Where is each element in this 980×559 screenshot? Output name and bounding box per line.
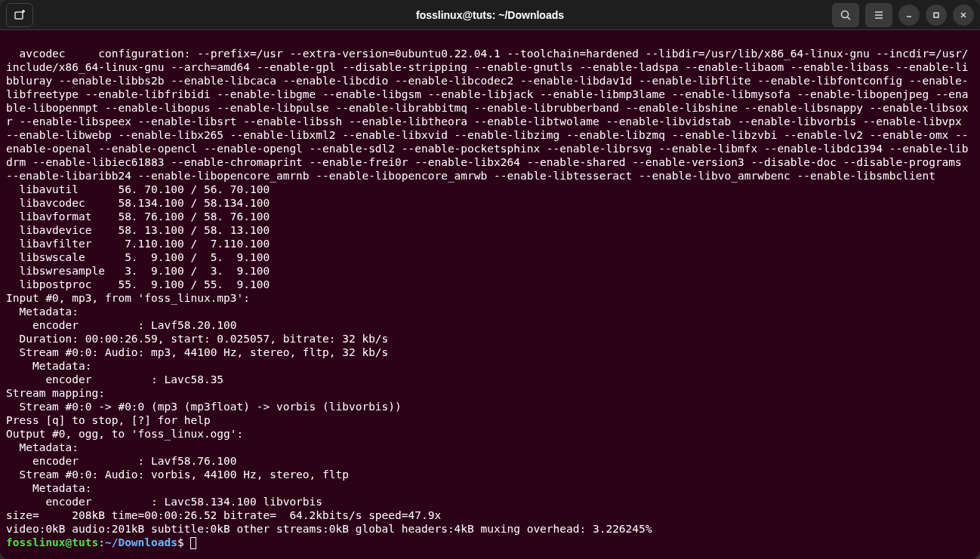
terminal-line: encoder : Lavc58.35 [6,373,974,386]
svg-line-4 [848,17,851,20]
cursor [190,537,196,549]
search-icon [840,9,852,21]
minimize-icon [904,11,914,20]
terminal-line: libavformat 58. 76.100 / 58. 76.100 [6,210,974,223]
terminal-line: Metadata: [6,305,974,318]
prompt-dollar: $ [177,536,190,548]
svg-rect-9 [934,13,938,17]
window-title: fosslinux@tuts: ~/Downloads [416,9,564,21]
terminal-line: libavutil 56. 70.100 / 56. 70.100 [6,183,974,196]
minimize-button[interactable] [898,5,920,26]
new-tab-button[interactable] [6,3,33,27]
svg-rect-0 [15,12,23,19]
terminal-line: Press [q] to stop, [?] for help [6,413,974,427]
maximize-icon [932,11,941,20]
terminal-line: libpostproc 55. 9.100 / 55. 9.100 [6,278,974,291]
terminal-line: libavfilter 7.110.100 / 7.110.100 [6,237,974,250]
titlebar-right [832,3,974,27]
terminal-line: Stream #0:0: Audio: vorbis, 44100 Hz, st… [6,468,974,481]
terminal-line: Duration: 00:00:26.59, start: 0.025057, … [6,332,974,346]
terminal-line: avcodec configuration: --prefix=/usr --e… [6,47,974,183]
menu-button[interactable] [865,3,892,27]
titlebar: fosslinux@tuts: ~/Downloads [0,0,980,30]
terminal-line: Metadata: [6,359,974,373]
terminal-line: libswresample 3. 9.100 / 3. 9.100 [6,264,974,278]
terminal-line: libavcodec 58.134.100 / 58.134.100 [6,196,974,210]
prompt-path: ~/Downloads [105,536,177,548]
close-icon [959,11,968,20]
terminal-line: encoder : Lavf58.20.100 [6,318,974,332]
prompt-user: fosslinux@tuts [6,536,98,548]
terminal-content[interactable]: avcodec configuration: --prefix=/usr --e… [0,30,980,559]
terminal-line: libswscale 5. 9.100 / 5. 9.100 [6,250,974,264]
terminal-line: Stream mapping: [6,386,974,400]
terminal-line: video:0kB audio:201kB subtitle:0kB other… [6,522,974,536]
terminal-line: Input #0, mp3, from 'foss_linux.mp3': [6,291,974,305]
new-tab-icon [14,9,26,21]
maximize-button[interactable] [926,5,947,26]
terminal-line: encoder : Lavf58.76.100 [6,454,974,468]
terminal-line: Stream #0:0: Audio: mp3, 44100 Hz, stere… [6,346,974,359]
terminal-line: libavdevice 58. 13.100 / 58. 13.100 [6,223,974,237]
terminal-line: Metadata: [6,481,974,495]
hamburger-icon [873,9,885,21]
prompt-colon: : [98,536,105,548]
terminal-line: Metadata: [6,441,974,454]
close-button[interactable] [953,5,974,26]
terminal-window: fosslinux@tuts: ~/Downloads [0,0,980,559]
titlebar-left [6,3,33,27]
terminal-line: encoder : Lavc58.134.100 libvorbis [6,495,974,508]
terminal-line: size= 208kB time=00:00:26.52 bitrate= 64… [6,508,974,522]
terminal-line: Output #0, ogg, to 'foss_linux.ogg': [6,427,974,441]
terminal-line: Stream #0:0 -> #0:0 (mp3 (mp3float) -> v… [6,400,974,413]
search-button[interactable] [832,3,859,27]
svg-point-3 [842,11,849,17]
